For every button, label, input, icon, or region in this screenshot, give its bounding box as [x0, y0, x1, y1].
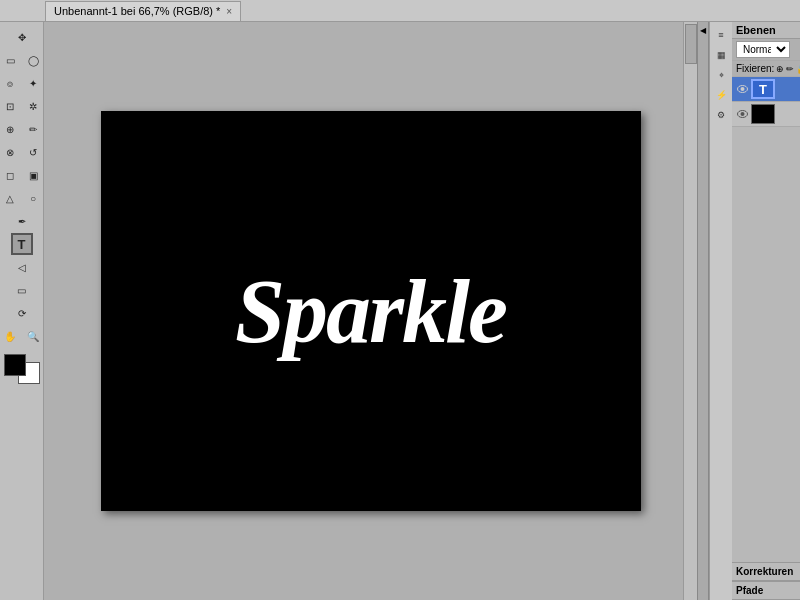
- tool-group-clone: ⊗ ↺: [0, 141, 44, 163]
- panel-collapse-button[interactable]: ◀: [697, 22, 709, 600]
- dodge-tool[interactable]: ○: [22, 187, 44, 209]
- fixieren-row: Fixieren: ⊕ ✏ 🔒: [732, 61, 800, 77]
- photoshop-canvas: Sparkle: [101, 111, 641, 511]
- brush-tool[interactable]: ✏: [22, 118, 44, 140]
- layer-visibility-eye-text[interactable]: [735, 82, 749, 96]
- move-tool[interactable]: ✥: [11, 26, 33, 48]
- settings-side-icon[interactable]: ⚙: [712, 106, 730, 124]
- tool-group-pen: ✒: [11, 210, 33, 232]
- tool-group-type: T: [11, 233, 33, 255]
- tool-group-heal: ⊕ ✏: [0, 118, 44, 140]
- layer-thumb-text: T: [751, 79, 775, 99]
- eyedropper-tool[interactable]: ✲: [22, 95, 44, 117]
- color-boxes: [4, 354, 40, 384]
- canvas-sparkle-text: Sparkle: [235, 260, 506, 363]
- rect-marquee-tool[interactable]: ▭: [0, 49, 21, 71]
- corrections-section-label[interactable]: Korrekturen: [732, 562, 800, 581]
- eraser-tool[interactable]: ◻: [0, 164, 21, 186]
- tab-bar: Unbenannt-1 bei 66,7% (RGB/8) * ×: [0, 0, 800, 22]
- magic-wand-tool[interactable]: ✦: [22, 72, 44, 94]
- layer-thumb-background: [751, 104, 775, 124]
- right-panel-container: ◀ ≡ ▦ ⌖ ⚡ ⚙ Ebenen Normal Auflösen Abdun…: [697, 22, 800, 600]
- lock-all-icon[interactable]: 🔒: [796, 64, 800, 74]
- tool-group-hand: ✋ 🔍: [0, 325, 44, 347]
- svg-point-3: [740, 112, 744, 116]
- pen-tool[interactable]: ✒: [11, 210, 33, 232]
- hand-tool[interactable]: ✋: [0, 325, 21, 347]
- side-icon-strip: ≡ ▦ ⌖ ⚡ ⚙: [709, 22, 732, 600]
- tab-label: Unbenannt-1 bei 66,7% (RGB/8) *: [54, 5, 220, 17]
- tool-group-move: ✥: [11, 26, 33, 48]
- clone-tool[interactable]: ⊗: [0, 141, 21, 163]
- blend-mode-select[interactable]: Normal Auflösen Abdunkeln Multiplizieren: [736, 41, 790, 58]
- tool-group-path: ◁: [11, 256, 33, 278]
- vertical-scrollbar[interactable]: [683, 22, 697, 600]
- type-tool[interactable]: T: [11, 233, 33, 255]
- tool-group-crop: ⊡ ✲: [0, 95, 44, 117]
- channels-side-icon[interactable]: ▦: [712, 46, 730, 64]
- layer-item-text[interactable]: T: [732, 77, 800, 102]
- brushes-side-icon[interactable]: ⌖: [712, 66, 730, 84]
- usb-icon[interactable]: ⚡: [712, 86, 730, 104]
- path-select-tool[interactable]: ◁: [11, 256, 33, 278]
- tool-group-blur: △ ○: [0, 187, 44, 209]
- tool-group-lasso: ⌾ ✦: [0, 72, 44, 94]
- lasso-tool[interactable]: ⌾: [0, 72, 21, 94]
- blend-mode-row: Normal Auflösen Abdunkeln Multiplizieren: [732, 39, 800, 61]
- gradient-tool[interactable]: ▣: [22, 164, 44, 186]
- svg-point-1: [740, 87, 744, 91]
- lock-pixels-icon[interactable]: ✏: [786, 64, 794, 74]
- 3d-tool[interactable]: ⟳: [11, 302, 33, 324]
- document-tab[interactable]: Unbenannt-1 bei 66,7% (RGB/8) * ×: [45, 1, 241, 21]
- panel-bottom-sections: Korrekturen Pfade: [732, 562, 800, 600]
- fixieren-label: Fixieren:: [736, 63, 774, 74]
- canvas-area: Sparkle: [44, 22, 697, 600]
- crop-tool[interactable]: ⊡: [0, 95, 21, 117]
- layer-visibility-eye-bg[interactable]: [735, 107, 749, 121]
- left-toolbar: ✥ ▭ ◯ ⌾ ✦ ⊡ ✲ ⊕ ✏ ⊗ ↺ ◻ ▣ △ ○: [0, 22, 44, 600]
- tool-group-3d: ⟳: [11, 302, 33, 324]
- paths-section-label[interactable]: Pfade: [732, 581, 800, 600]
- layers-panel-header: Ebenen: [732, 22, 800, 39]
- scroll-thumb[interactable]: [685, 24, 697, 64]
- ellipse-marquee-tool[interactable]: ◯: [22, 49, 44, 71]
- tool-group-marquee: ▭ ◯: [0, 49, 44, 71]
- shape-tool[interactable]: ▭: [11, 279, 33, 301]
- layers-panel: Ebenen Normal Auflösen Abdunkeln Multipl…: [732, 22, 800, 600]
- tab-close-button[interactable]: ×: [226, 6, 232, 17]
- tool-group-eraser: ◻ ▣: [0, 164, 44, 186]
- foreground-color-box[interactable]: [4, 354, 26, 376]
- lock-position-icon[interactable]: ⊕: [776, 64, 784, 74]
- tool-group-shape: ▭: [11, 279, 33, 301]
- history-brush-tool[interactable]: ↺: [22, 141, 44, 163]
- heal-tool[interactable]: ⊕: [0, 118, 21, 140]
- layers-panel-spacer: [732, 127, 800, 562]
- blur-tool[interactable]: △: [0, 187, 21, 209]
- layer-item-background[interactable]: [732, 102, 800, 127]
- layers-panel-title: Ebenen: [736, 24, 776, 36]
- zoom-tool[interactable]: 🔍: [22, 325, 44, 347]
- layers-side-icon[interactable]: ≡: [712, 26, 730, 44]
- main-layout: ✥ ▭ ◯ ⌾ ✦ ⊡ ✲ ⊕ ✏ ⊗ ↺ ◻ ▣ △ ○: [0, 22, 800, 600]
